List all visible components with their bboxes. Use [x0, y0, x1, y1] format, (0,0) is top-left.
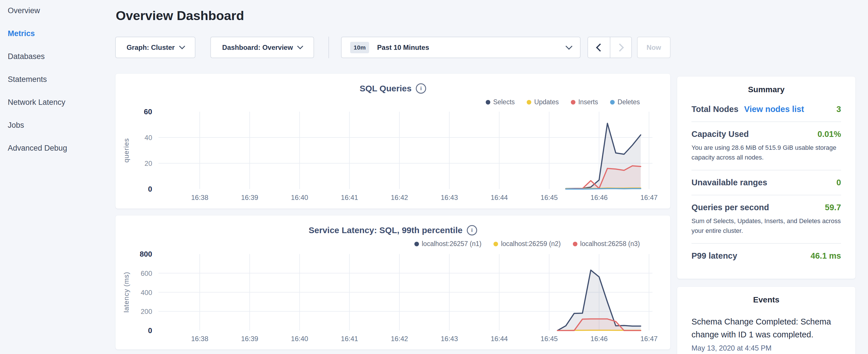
summary-row-value: 46.1 ms: [811, 251, 841, 261]
svg-text:16:38: 16:38: [191, 194, 208, 201]
service-latency-plot: 16:3816:3916:4016:4116:4216:4316:4416:45…: [116, 215, 671, 350]
svg-text:16:39: 16:39: [241, 335, 258, 343]
right-rail: Summary Total Nodes View nodes list 3 Ca…: [677, 0, 856, 354]
summary-row-label: Queries per second: [691, 203, 769, 212]
toolbar: Graph: Cluster Dashboard: Overview 10m P…: [115, 37, 671, 58]
sidebar-item-network-latency[interactable]: Network Latency: [8, 98, 115, 106]
chevron-left-icon: [596, 43, 604, 51]
main-content: Overview Dashboard Graph: Cluster Dashbo…: [115, 0, 671, 354]
sql-queries-chart-card: SQL Queries i SelectsUpdatesInsertsDelet…: [115, 73, 671, 209]
svg-text:800: 800: [140, 250, 152, 258]
chevron-down-icon: [179, 43, 185, 49]
graph-scope-dropdown-label: Graph: Cluster: [127, 43, 175, 52]
app-root: Overview Metrics Databases Statements Ne…: [0, 0, 868, 354]
svg-text:600: 600: [141, 269, 152, 277]
time-range-label: Past 10 Minutes: [377, 43, 429, 52]
svg-text:16:39: 16:39: [241, 194, 258, 201]
svg-text:20: 20: [145, 160, 152, 167]
svg-text:16:41: 16:41: [341, 335, 358, 343]
summary-row-value: 0: [836, 178, 841, 187]
svg-text:16:46: 16:46: [591, 194, 608, 201]
svg-text:16:45: 16:45: [540, 335, 558, 343]
summary-row-value: 59.7: [825, 203, 841, 212]
events-panel: Events Schema Change Completed: Schema c…: [677, 286, 856, 354]
chevron-right-icon: [616, 43, 624, 51]
summary-row-label: Capacity Used: [691, 129, 749, 139]
prev-time-button[interactable]: [588, 37, 610, 58]
sidebar-item-statements[interactable]: Statements: [8, 75, 115, 84]
svg-text:16:43: 16:43: [441, 335, 458, 343]
toolbar-divider: [329, 37, 329, 58]
next-time-button[interactable]: [610, 37, 631, 58]
svg-text:200: 200: [141, 308, 152, 315]
summary-row-capacity-used: Capacity Used 0.01% You are using 28.6 M…: [691, 122, 841, 170]
chevron-down-icon: [566, 43, 572, 50]
summary-row-unavailable-ranges: Unavailable ranges 0: [691, 170, 841, 195]
svg-text:16:41: 16:41: [341, 194, 358, 201]
event-item[interactable]: Schema Change Completed: Schema change w…: [691, 304, 841, 352]
page-title: Overview Dashboard: [116, 8, 671, 24]
event-timestamp: May 13, 2020 at 4:45 PM: [691, 344, 841, 352]
svg-text:40: 40: [145, 134, 152, 141]
sidebar-item-advanced-debug[interactable]: Advanced Debug: [8, 144, 115, 152]
service-latency-chart-card: Service Latency: SQL, 99th percentile i …: [115, 215, 671, 350]
now-button[interactable]: Now: [637, 37, 671, 58]
svg-text:0: 0: [148, 185, 152, 193]
svg-text:16:43: 16:43: [441, 194, 458, 201]
summary-row-value: 0.01%: [817, 129, 841, 139]
svg-text:16:46: 16:46: [591, 335, 608, 343]
sidebar-item-overview[interactable]: Overview: [8, 6, 115, 15]
time-window-badge: 10m: [350, 42, 369, 53]
summary-title: Summary: [691, 76, 841, 94]
svg-text:16:38: 16:38: [191, 335, 208, 343]
svg-text:16:44: 16:44: [491, 335, 508, 343]
svg-text:16:42: 16:42: [391, 335, 408, 343]
time-pager: [587, 37, 632, 58]
svg-text:60: 60: [144, 107, 152, 116]
summary-row-p99-latency: P99 latency 46.1 ms: [691, 243, 841, 268]
summary-row-label: P99 latency: [691, 251, 737, 261]
graph-scope-dropdown[interactable]: Graph: Cluster: [115, 37, 195, 58]
summary-row-description: Sum of Selects, Updates, Inserts, and De…: [691, 216, 841, 236]
svg-text:16:47: 16:47: [641, 194, 658, 201]
summary-row-total-nodes: Total Nodes View nodes list 3: [691, 104, 841, 122]
svg-text:16:40: 16:40: [291, 335, 308, 343]
sidebar-item-databases[interactable]: Databases: [8, 52, 115, 61]
view-nodes-list-link[interactable]: View nodes list: [744, 104, 804, 114]
summary-panel: Summary Total Nodes View nodes list 3 Ca…: [677, 76, 856, 279]
sidebar-item-jobs[interactable]: Jobs: [8, 121, 115, 129]
sidebar: Overview Metrics Databases Statements Ne…: [0, 0, 115, 354]
svg-text:16:47: 16:47: [641, 335, 658, 343]
svg-text:16:44: 16:44: [491, 194, 508, 201]
chevron-down-icon: [297, 43, 303, 49]
event-text: Schema Change Completed: Schema change w…: [691, 315, 841, 341]
dashboard-dropdown[interactable]: Dashboard: Overview: [210, 37, 314, 58]
svg-text:16:45: 16:45: [540, 194, 558, 201]
summary-row-value: 3: [836, 104, 841, 114]
svg-text:16:40: 16:40: [291, 194, 308, 201]
svg-text:0: 0: [148, 326, 152, 335]
summary-row-label: Total Nodes: [691, 104, 739, 114]
summary-row-queries-per-second: Queries per second 59.7 Sum of Selects, …: [691, 195, 841, 243]
svg-text:16:42: 16:42: [391, 194, 408, 201]
time-range-picker[interactable]: 10m Past 10 Minutes: [341, 37, 581, 58]
svg-text:400: 400: [141, 289, 152, 296]
sql-queries-plot: 16:3816:3916:4016:4116:4216:4316:4416:45…: [116, 74, 671, 209]
summary-row-description: You are using 28.6 MiB of 515.9 GiB usab…: [691, 143, 841, 162]
events-title: Events: [691, 287, 841, 304]
dashboard-dropdown-label: Dashboard: Overview: [222, 43, 293, 52]
summary-row-label: Unavailable ranges: [691, 178, 767, 187]
sidebar-item-metrics[interactable]: Metrics: [8, 29, 115, 38]
